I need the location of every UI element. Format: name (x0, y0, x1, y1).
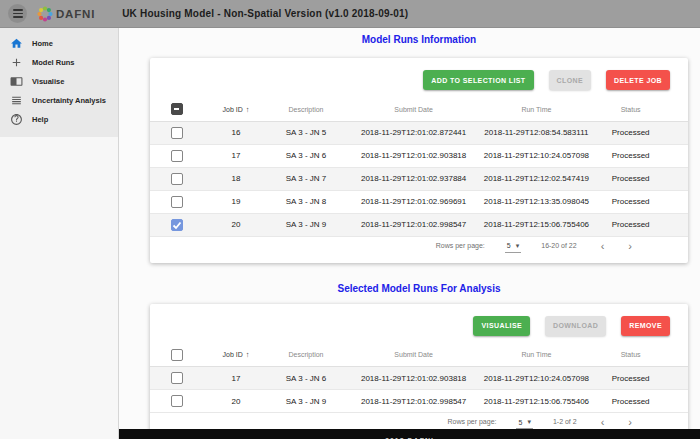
table-row: 17SA 3 - JN 62018-11-29T12:01:02.9038182… (150, 367, 688, 390)
rows-per-page-select[interactable]: 5 (505, 242, 521, 253)
table-row: 17SA 3 - JN 62018-11-29T12:01:02.9038182… (150, 144, 688, 167)
pagination-range: 16-20 of 22 (541, 242, 576, 249)
table-row: 20SA 3 - JN 92018-11-29T12:01:02.9985472… (150, 390, 688, 413)
main-content: Model Runs Information ADD TO SELECTION … (119, 28, 700, 439)
table-row: 18SA 3 - JN 72018-11-29T12:01:02.9378842… (150, 167, 688, 190)
cell-job-id: 16 (204, 121, 269, 144)
cell-description: SA 3 - JN 5 (268, 121, 343, 144)
book-icon (10, 75, 23, 88)
visualise-button[interactable]: VISUALISE (473, 316, 530, 336)
cell-run-time: 2018-11-29T12:12:02.547419 (484, 167, 608, 190)
rows-per-page-label: Rows per page: (436, 242, 485, 249)
cell-status: Processed (607, 167, 688, 190)
cell-run-time: 2018-11-29T12:08:54.583111 (484, 121, 608, 144)
caret-down-icon (527, 418, 531, 426)
row-checkbox[interactable] (171, 150, 183, 162)
remove-button[interactable]: REMOVE (621, 316, 670, 336)
cell-submit-date: 2018-11-29T12:01:02.998547 (344, 213, 484, 236)
column-header-status[interactable]: Status (607, 98, 688, 121)
select-all-checkbox[interactable] (171, 103, 183, 115)
column-header-description[interactable]: Description (268, 344, 343, 367)
app-title: UK Housing Model - Non-Spatial Version (… (122, 8, 408, 19)
delete-job-button[interactable]: DELETE JOB (606, 70, 670, 90)
sort-ascending-icon (243, 351, 250, 358)
help-icon (10, 113, 23, 126)
row-checkbox[interactable] (171, 196, 183, 208)
selected-runs-title: Selected Model Runs For Analysis (150, 283, 688, 294)
cell-submit-date: 2018-11-29T12:01:02.937884 (344, 167, 484, 190)
previous-page-button[interactable] (601, 418, 605, 426)
column-header-run-time[interactable]: Run Time (484, 344, 608, 367)
app-header: DAFNI UK Housing Model - Non-Spatial Ver… (0, 0, 700, 28)
pagination-range: 1-2 of 2 (553, 418, 577, 425)
cell-description: SA 3 - JN 7 (268, 167, 343, 190)
cell-submit-date: 2018-11-29T12:01:02.969691 (344, 190, 484, 213)
cell-run-time: 2018-11-29T12:10:24.057098 (484, 367, 608, 390)
sidebar-item-label: Visualise (32, 77, 64, 86)
cell-status: Processed (607, 190, 688, 213)
cell-status: Processed (607, 121, 688, 144)
table-header-row: Job ID Description Submit Date Run Time … (150, 98, 688, 121)
cell-job-id: 19 (204, 190, 269, 213)
sidebar-item-model-runs[interactable]: Model Runs (0, 53, 118, 72)
cell-description: SA 3 - JN 6 (268, 367, 343, 390)
row-checkbox[interactable] (171, 219, 183, 231)
column-header-submit-date[interactable]: Submit Date (344, 344, 484, 367)
sidebar-item-uncertainty-analysis[interactable]: Uncertainty Analysis (0, 91, 118, 110)
select-all-checkbox[interactable] (171, 349, 183, 361)
menu-toggle-button[interactable] (8, 4, 27, 23)
cell-job-id: 17 (204, 144, 269, 167)
home-icon (10, 37, 23, 50)
dafni-logo-icon (37, 6, 53, 22)
next-page-button[interactable] (628, 418, 632, 426)
column-header-submit-date[interactable]: Submit Date (344, 98, 484, 121)
cell-status: Processed (607, 390, 688, 413)
download-button[interactable]: DOWNLOAD (545, 316, 606, 336)
sidebar-item-home[interactable]: Home (0, 34, 118, 53)
cell-description: SA 3 - JN 6 (268, 144, 343, 167)
clone-button[interactable]: CLONE (549, 70, 592, 90)
cell-submit-date: 2018-11-29T12:01:02.903818 (344, 144, 484, 167)
cell-submit-date: 2018-11-29T12:01:02.998547 (344, 390, 484, 413)
sidebar-item-help[interactable]: Help (0, 110, 118, 129)
cell-submit-date: 2018-11-29T12:01:02.872441 (344, 121, 484, 144)
cell-status: Processed (607, 213, 688, 236)
cell-status: Processed (607, 367, 688, 390)
row-checkbox[interactable] (171, 395, 183, 407)
column-header-description[interactable]: Description (268, 98, 343, 121)
row-checkbox[interactable] (171, 127, 183, 139)
selected-runs-table: Job ID Description Submit Date Run Time … (150, 344, 688, 414)
cell-submit-date: 2018-11-29T12:01:02.903818 (344, 367, 484, 390)
selected-runs-actions: VISUALISE DOWNLOAD REMOVE (150, 304, 688, 344)
column-header-job-id[interactable]: Job ID (204, 98, 269, 121)
sidebar-item-label: Uncertainty Analysis (32, 96, 106, 105)
sidebar-item-label: Help (32, 115, 48, 124)
page-footer: 2018 DAFNI (119, 429, 700, 439)
cell-description: SA 3 - JN 8 (268, 190, 343, 213)
column-header-status[interactable]: Status (607, 344, 688, 367)
cell-run-time: 2018-11-29T12:13:35.098045 (484, 190, 608, 213)
column-header-run-time[interactable]: Run Time (484, 98, 608, 121)
model-runs-actions: ADD TO SELECTION LIST CLONE DELETE JOB (150, 58, 688, 98)
rows-per-page-select[interactable]: 5 (516, 418, 532, 429)
row-checkbox[interactable] (171, 173, 183, 185)
sidebar-item-label: Home (32, 39, 53, 48)
previous-page-button[interactable] (601, 242, 605, 250)
table-header-row: Job ID Description Submit Date Run Time … (150, 344, 688, 367)
model-runs-title: Model Runs Information (150, 34, 688, 45)
cell-run-time: 2018-11-29T12:15:06.755406 (484, 213, 608, 236)
add-to-selection-list-button[interactable]: ADD TO SELECTION LIST (423, 70, 533, 90)
table-row: 20SA 3 - JN 92018-11-29T12:01:02.9985472… (150, 213, 688, 236)
row-checkbox[interactable] (171, 372, 183, 384)
cell-description: SA 3 - JN 9 (268, 390, 343, 413)
table-row: 16SA 3 - JN 52018-11-29T12:01:02.8724412… (150, 121, 688, 144)
sidebar-item-visualise[interactable]: Visualise (0, 72, 118, 91)
next-page-button[interactable] (628, 242, 632, 250)
cell-run-time: 2018-11-29T12:15:06.755406 (484, 390, 608, 413)
column-header-job-id[interactable]: Job ID (204, 344, 269, 367)
cell-status: Processed (607, 144, 688, 167)
selected-runs-card: VISUALISE DOWNLOAD REMOVE Job ID Descrip… (150, 304, 688, 439)
sidebar: Home Model Runs Visualise Uncertainty An… (0, 28, 119, 439)
caret-down-icon (516, 242, 520, 250)
cell-job-id: 18 (204, 167, 269, 190)
